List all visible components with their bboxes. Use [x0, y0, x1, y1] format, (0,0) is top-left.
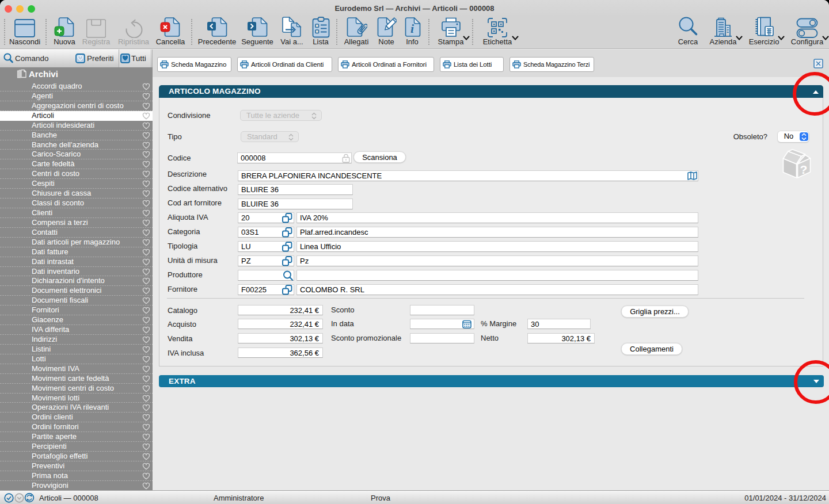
svg-text:?: ?	[800, 163, 808, 176]
svg-text:i: i	[410, 21, 414, 36]
